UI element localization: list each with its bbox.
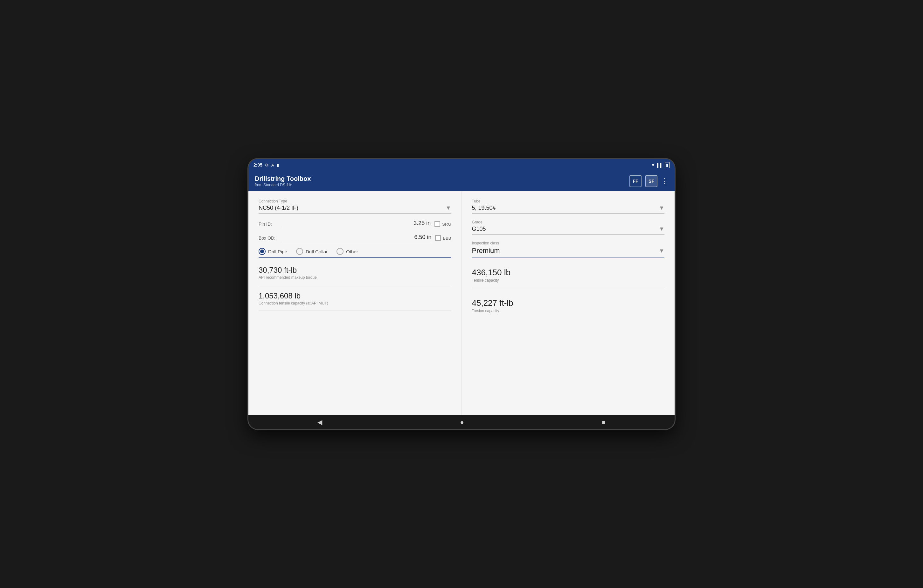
tube-arrow-icon: ▼ — [659, 205, 664, 211]
makeup-torque-value: 30,730 ft-lb — [259, 266, 451, 275]
device-frame: 2:05 ⚙ A ▮ ▼ ▌▌ ▮ Drillstring Toolbox fr… — [248, 159, 675, 429]
bbb-checkbox-group: BBB — [435, 235, 451, 241]
right-divider — [472, 288, 665, 288]
box-od-label: Box OD: — [259, 236, 278, 241]
torsion-capacity-label: Torsion capacity — [472, 309, 665, 313]
drill-pipe-label: Drill Pipe — [268, 249, 287, 254]
main-content: Connection Type NC50 (4-1/2 IF) ▼ Pin ID… — [248, 191, 675, 415]
app-title: Drillstring Toolbox — [255, 175, 311, 182]
drill-pipe-radio[interactable]: Drill Pipe — [259, 248, 287, 255]
inspection-class-label: Inspection class — [472, 241, 665, 246]
drill-pipe-radio-circle — [259, 248, 266, 255]
a-icon: A — [271, 163, 274, 167]
grade-dropdown[interactable]: G105 ▼ — [472, 226, 665, 234]
box-od-field: Box OD: BBB — [259, 234, 451, 242]
grade-arrow-icon: ▼ — [659, 226, 664, 233]
connection-type-value: NC50 (4-1/2 IF) — [259, 205, 446, 211]
drill-collar-radio-circle — [296, 248, 303, 255]
inspection-class-arrow-icon: ▼ — [659, 247, 664, 254]
settings-icon: ⚙ — [265, 163, 269, 167]
menu-button[interactable]: ⋮ — [661, 177, 668, 185]
recent-button[interactable]: ■ — [602, 419, 606, 426]
makeup-torque-label: API recommended makeup torque — [259, 275, 451, 280]
pin-id-input[interactable] — [281, 220, 431, 228]
srg-label: SRG — [442, 222, 451, 227]
ff-button[interactable]: FF — [629, 175, 642, 187]
tube-tensile-value: 436,150 lb — [472, 268, 665, 277]
wifi-icon: ▼ — [651, 163, 655, 167]
srg-checkbox-group: SRG — [434, 221, 451, 227]
tube-label: Tube — [472, 199, 665, 203]
connection-type-dropdown[interactable]: NC50 (4-1/2 IF) ▼ — [259, 205, 451, 214]
sf-button[interactable]: SF — [645, 175, 657, 187]
status-right: ▼ ▌▌ ▮ — [651, 162, 670, 168]
drill-collar-label: Drill Collar — [305, 249, 328, 254]
inspection-class-dropdown[interactable]: Premium ▼ — [472, 247, 665, 257]
tube-tensile-result: 436,150 lb Tensile capacity — [472, 265, 665, 283]
connection-type-label: Connection Type — [259, 199, 451, 203]
left-panel: Connection Type NC50 (4-1/2 IF) ▼ Pin ID… — [248, 191, 462, 415]
connection-type-arrow-icon: ▼ — [446, 205, 451, 211]
tube-dropdown[interactable]: 5, 19.50# ▼ — [472, 205, 665, 214]
app-actions: FF SF ⋮ — [629, 175, 668, 187]
makeup-torque-result: 30,730 ft-lb API recommended makeup torq… — [259, 266, 451, 285]
app-subtitle: from Standard DS-1® — [255, 183, 311, 187]
other-radio[interactable]: Other — [337, 248, 358, 255]
srg-checkbox[interactable] — [434, 221, 440, 227]
other-label: Other — [346, 249, 358, 254]
right-panel: Tube 5, 19.50# ▼ Grade G105 ▼ Inspection… — [462, 191, 675, 415]
torsion-capacity-value: 45,227 ft-lb — [472, 298, 665, 308]
pipe-type-radio-group: Drill Pipe Drill Collar Other — [259, 248, 451, 258]
drill-collar-radio[interactable]: Drill Collar — [296, 248, 328, 255]
tensile-capacity-result: 1,053,608 lb Connection tensile capacity… — [259, 292, 451, 311]
bbb-checkbox[interactable] — [435, 235, 441, 241]
app-title-block: Drillstring Toolbox from Standard DS-1® — [255, 175, 311, 187]
battery-icon: ▮ — [277, 163, 279, 167]
pin-id-label: Pin ID: — [259, 221, 278, 227]
tensile-capacity-label: Connection tensile capacity (at API MUT) — [259, 301, 451, 305]
grade-value: G105 — [472, 226, 659, 233]
bbb-label: BBB — [443, 236, 451, 241]
torsion-capacity-result: 45,227 ft-lb Torsion capacity — [472, 296, 665, 313]
bottom-nav: ◀ ● ■ — [248, 415, 675, 429]
status-bar: 2:05 ⚙ A ▮ ▼ ▌▌ ▮ — [248, 159, 675, 171]
other-radio-circle — [337, 248, 343, 255]
box-od-input[interactable] — [281, 234, 431, 242]
app-bar: Drillstring Toolbox from Standard DS-1® … — [248, 171, 675, 191]
pin-id-field: Pin ID: SRG — [259, 220, 451, 228]
signal-icon: ▌▌ — [657, 163, 663, 167]
battery-status-icon: ▮ — [665, 162, 670, 168]
back-button[interactable]: ◀ — [317, 418, 322, 426]
tube-value: 5, 19.50# — [472, 205, 659, 211]
status-left: 2:05 ⚙ A ▮ — [253, 162, 279, 167]
tube-tensile-label: Tensile capacity — [472, 278, 665, 283]
home-button[interactable]: ● — [460, 419, 464, 426]
grade-label: Grade — [472, 220, 665, 224]
inspection-class-value: Premium — [472, 247, 659, 255]
tensile-capacity-value: 1,053,608 lb — [259, 292, 451, 300]
status-time: 2:05 — [253, 162, 263, 167]
